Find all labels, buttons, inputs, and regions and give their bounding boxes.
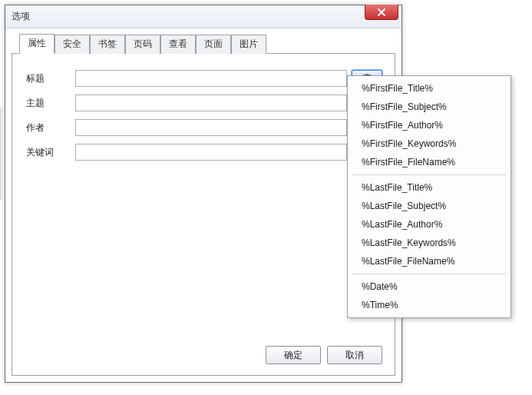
close-icon	[377, 8, 386, 17]
ok-button[interactable]: 确定	[266, 346, 321, 364]
tab-page[interactable]: 页面	[196, 35, 231, 54]
input-author[interactable]	[75, 119, 347, 136]
macro-item[interactable]: %FirstFile_Author%	[348, 116, 511, 134]
label-subject: 主题	[25, 97, 75, 110]
macro-item[interactable]: %LastFile_Keywords%	[348, 234, 511, 252]
macro-item[interactable]: %LastFile_Subject%	[348, 197, 511, 215]
macro-item[interactable]: %FirstFile_Subject%	[348, 98, 511, 116]
tab-label: 查看	[169, 38, 187, 49]
macro-item[interactable]: %LastFile_Title%	[348, 178, 511, 197]
macro-item[interactable]: %Date%	[348, 277, 511, 296]
macro-popup-menu: %FirstFile_Title% %FirstFile_Subject% %F…	[347, 75, 511, 318]
left-edge-shadow	[0, 108, 3, 200]
tab-pageno[interactable]: 页码	[125, 35, 160, 54]
row-author: 作者 宏	[25, 118, 382, 137]
form-rows: 标题 宏 主题 宏 作者 宏 关键词 宏	[25, 69, 382, 340]
tab-label: 页码	[134, 38, 152, 49]
macro-item[interactable]: %LastFile_FileName%	[348, 252, 511, 271]
macro-item[interactable]: %Time%	[348, 296, 511, 314]
close-button[interactable]	[365, 5, 398, 20]
label-title: 标题	[25, 72, 75, 85]
cancel-button-label: 取消	[345, 349, 364, 362]
macro-item[interactable]: %FirstFile_Title%	[348, 79, 511, 98]
options-dialog: 选项 属性 安全 书签 页码 查看 页面 图片 标题 宏	[5, 5, 402, 383]
window-title: 选项	[12, 10, 30, 23]
tab-label: 属性	[28, 38, 46, 48]
tab-label: 图片	[240, 38, 258, 49]
client-area: 属性 安全 书签 页码 查看 页面 图片 标题 宏 主题 宏	[12, 35, 395, 376]
cancel-button[interactable]: 取消	[327, 346, 382, 364]
macro-item[interactable]: %LastFile_Author%	[348, 215, 511, 234]
label-author: 作者	[25, 121, 75, 134]
titlebar: 选项	[5, 5, 401, 28]
menu-separator	[352, 174, 506, 175]
tab-bookmarks[interactable]: 书签	[90, 35, 125, 54]
row-title: 标题 宏	[25, 69, 382, 88]
tab-label: 页面	[204, 38, 223, 49]
tab-image[interactable]: 图片	[231, 35, 266, 54]
tab-panel-attributes: 标题 宏 主题 宏 作者 宏 关键词 宏	[12, 53, 395, 376]
input-keywords[interactable]	[75, 144, 347, 161]
tab-attributes[interactable]: 属性	[19, 34, 55, 54]
macro-item[interactable]: %FirstFile_FileName%	[348, 153, 511, 171]
tab-view[interactable]: 查看	[160, 35, 196, 54]
dialog-buttons: 确定 取消	[25, 340, 382, 364]
input-subject[interactable]	[75, 95, 347, 111]
ok-button-label: 确定	[284, 349, 302, 362]
menu-separator	[352, 274, 506, 274]
tab-label: 书签	[98, 38, 117, 49]
row-keywords: 关键词 宏	[25, 143, 382, 161]
label-keywords: 关键词	[25, 146, 75, 159]
tab-security[interactable]: 安全	[55, 35, 90, 54]
input-title[interactable]	[75, 70, 347, 87]
macro-item[interactable]: %FirstFile_Keywords%	[348, 134, 511, 153]
tabstrip: 属性 安全 书签 页码 查看 页面 图片	[12, 35, 395, 53]
tab-label: 安全	[63, 38, 81, 49]
row-subject: 主题 宏	[25, 94, 382, 112]
